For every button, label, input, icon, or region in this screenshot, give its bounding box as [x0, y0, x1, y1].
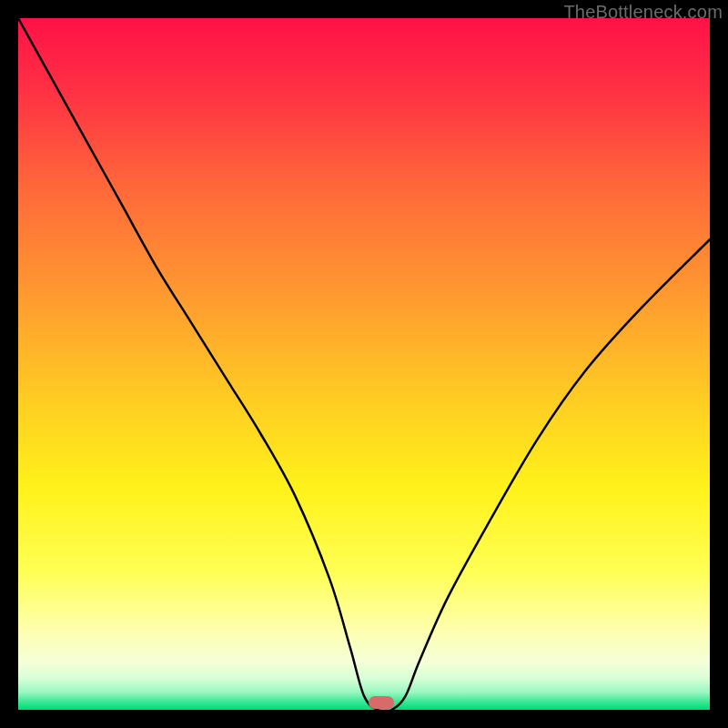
- bottleneck-curve: [18, 18, 710, 710]
- watermark-text: TheBottleneck.com: [563, 2, 723, 23]
- plot-area: [18, 18, 710, 710]
- optimal-marker: [369, 696, 394, 709]
- chart-container: TheBottleneck.com: [0, 0, 728, 728]
- curve-layer: [18, 18, 710, 710]
